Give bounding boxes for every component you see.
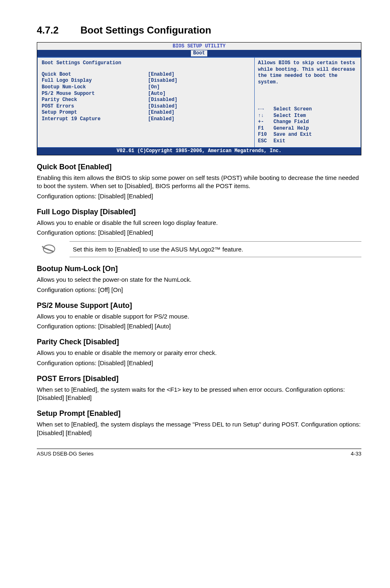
bios-row-value: [Enabled] <box>148 72 175 78</box>
section-title: Boot Settings Configuration <box>81 25 211 36</box>
bios-nav: ←→Select Screen ↑↓Select Item +-Change F… <box>258 106 357 145</box>
bios-left-title: Boot Settings Configuration <box>42 60 250 67</box>
bios-nav-text: Save and Exit <box>273 132 312 138</box>
bios-right-pane: Allows BIOS to skip certain tests while … <box>254 57 361 147</box>
subsection-title: POST Errors [Disabled] <box>37 375 361 383</box>
subsection-title: Setup Prompt [Enabled] <box>37 409 361 418</box>
bios-left-pane: Boot Settings Configuration Quick Boot[E… <box>37 57 254 147</box>
bios-row: Setup Prompt[Enabled] <box>42 110 250 116</box>
bios-screenshot: BIOS SETUP UTILITY Boot Boot Settings Co… <box>37 42 361 155</box>
bios-nav-text: Select Item <box>273 113 306 119</box>
subsection-title: Full Logo Display [Disabled] <box>37 208 361 216</box>
bios-row-value: [Disabled] <box>148 97 177 103</box>
bios-row-label: Parity Check <box>42 97 148 103</box>
note-text: Set this item to [Enabled] to use the AS… <box>69 241 361 257</box>
bios-row-label: POST Errors <box>42 103 148 110</box>
bios-row-value: [Disabled] <box>148 78 177 84</box>
subsection-title: Bootup Num-Lock [On] <box>37 265 361 273</box>
bios-row-value: [Auto] <box>148 91 166 97</box>
bios-nav-key: ←→ <box>258 106 273 113</box>
bios-nav-text: Exit <box>273 138 285 145</box>
body-text: Configuration options: [Off] [On] <box>37 286 361 294</box>
bios-nav-text: Change Field <box>273 119 309 126</box>
footer-right: 4-33 <box>351 451 361 457</box>
bios-row-label: Interrupt 19 Capture <box>42 116 148 123</box>
bios-nav-key: ↑↓ <box>258 113 273 119</box>
body-text: When set to [Enabled], the system waits … <box>37 386 361 402</box>
bios-header: BIOS SETUP UTILITY <box>37 43 361 50</box>
bios-nav-key: F10 <box>258 132 273 138</box>
bios-row: Parity Check[Disabled] <box>42 97 250 103</box>
body-text: Configuration options: [Disabled] [Enabl… <box>37 192 361 200</box>
body-text: Allows you to select the power-on state … <box>37 276 361 284</box>
subsection-title: Quick Boot [Enabled] <box>37 163 361 171</box>
bios-nav-text: Select Screen <box>273 106 312 113</box>
bios-row-label: PS/2 Mouse Support <box>42 91 148 97</box>
bios-nav-text: General Help <box>273 126 309 132</box>
footer-left: ASUS DSEB-DG Series <box>37 451 94 457</box>
bios-row-label: Quick Boot <box>42 72 148 78</box>
bios-row: Bootup Num-Lock[On] <box>42 84 250 91</box>
section-heading: 4.7.2 Boot Settings Configuration <box>37 25 361 36</box>
body-text: Enabling this item allows the BIOS to sk… <box>37 174 361 191</box>
bios-row-value: [Enabled] <box>148 110 175 116</box>
body-text: Allows you to enable or disable the full… <box>37 219 361 227</box>
bios-row-label: Setup Prompt <box>42 110 148 116</box>
subsection-title: Parity Check [Disabled] <box>37 338 361 346</box>
bios-row-label: Bootup Num-Lock <box>42 84 148 91</box>
bios-row: Quick Boot[Enabled] <box>42 72 250 78</box>
bios-help-text: Allows BIOS to skip certain tests while … <box>258 60 357 85</box>
bios-tab-bar: Boot <box>37 50 361 57</box>
body-text: When set to [Enabled], the system displa… <box>37 420 361 437</box>
body-text: Allows you to enable or disable the memo… <box>37 349 361 357</box>
bios-row: Full Logo Display[Disabled] <box>42 78 250 84</box>
bios-row-value: [Disabled] <box>148 103 177 110</box>
page-footer: ASUS DSEB-DG Series 4-33 <box>37 449 361 457</box>
section-number: 4.7.2 <box>37 25 78 36</box>
body-text: Configuration options: [Disabled] [Enabl… <box>37 229 361 237</box>
bios-tab-boot: Boot <box>191 50 208 57</box>
bios-row: POST Errors[Disabled] <box>42 103 250 110</box>
bios-row-value: [Enabled] <box>148 116 175 123</box>
bios-nav-key: ESC <box>258 138 273 145</box>
bios-row-label: Full Logo Display <box>42 78 148 84</box>
subsection-title: PS/2 Mouse Support [Auto] <box>37 301 361 310</box>
bios-footer: V02.61 (C)Copyright 1985-2006, American … <box>37 148 361 155</box>
note-block: Set this item to [Enabled] to use the AS… <box>37 241 361 257</box>
bios-nav-key: F1 <box>258 126 273 132</box>
body-text: Configuration options: [Disabled] [Enabl… <box>37 359 361 367</box>
bios-row: PS/2 Mouse Support[Auto] <box>42 91 250 97</box>
bios-nav-key: +- <box>258 119 273 126</box>
body-text: Allows you to enable or disable support … <box>37 312 361 321</box>
bios-row-value: [On] <box>148 84 160 91</box>
body-text: Configuration options: [Disabled] [Enabl… <box>37 322 361 330</box>
bios-row: Interrupt 19 Capture[Enabled] <box>42 116 250 123</box>
note-icon <box>37 241 61 257</box>
